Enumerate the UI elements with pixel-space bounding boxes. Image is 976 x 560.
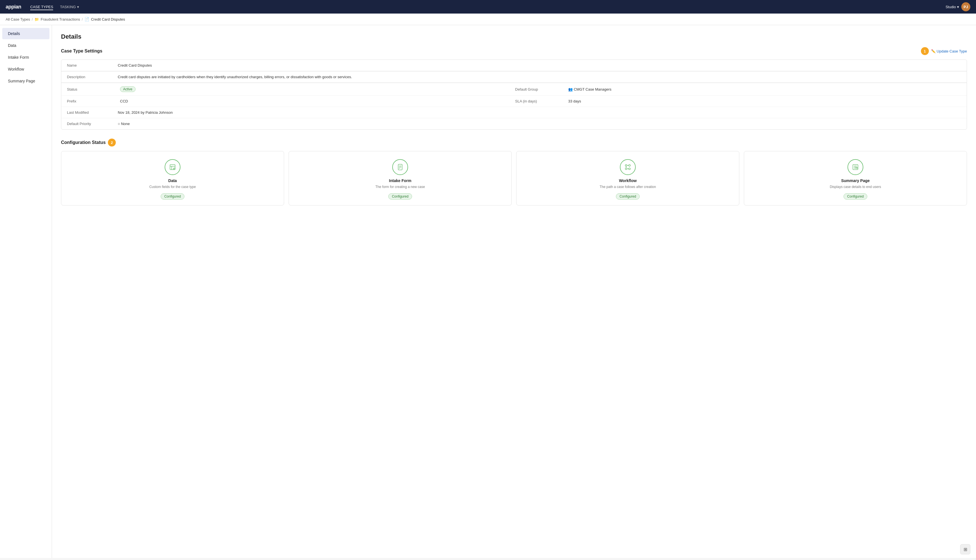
status-badge: Active xyxy=(120,87,135,92)
default-priority-label: Default Priority xyxy=(67,122,118,126)
page-title: Details xyxy=(61,33,967,40)
svg-point-11 xyxy=(629,168,630,170)
workflow-configured-badge: Configured xyxy=(616,193,640,200)
workflow-card-desc: The path a case follows after creation xyxy=(599,185,656,189)
name-value: Credit Card Disputes xyxy=(118,63,961,67)
sla-value: 33 days xyxy=(568,99,961,103)
svg-point-10 xyxy=(625,168,627,170)
default-group-label: Default Group xyxy=(515,87,566,92)
prefix-label: Prefix xyxy=(67,99,118,103)
chevron-down-icon: ▾ xyxy=(77,5,79,9)
sidebar-item-details[interactable]: Details xyxy=(2,28,49,39)
default-priority-value: ○ None xyxy=(118,122,961,126)
data-configured-badge: Configured xyxy=(161,193,185,200)
config-card-intake-form[interactable]: Intake Form The form for creating a new … xyxy=(289,151,512,205)
svg-point-8 xyxy=(625,165,627,166)
config-card-data[interactable]: Data Custom fields for the case type Con… xyxy=(61,151,284,205)
summary-card-desc: Displays case details to end users xyxy=(830,185,881,189)
svg-point-9 xyxy=(629,165,630,166)
config-cards: Data Custom fields for the case type Con… xyxy=(61,151,967,205)
breadcrumb-current: 📄 Credit Card Disputes xyxy=(84,17,125,22)
group-icon: 👥 xyxy=(568,87,574,92)
intake-card-desc: The form for creating a new case xyxy=(375,185,425,189)
top-nav: appian CASE TYPES TASKING ▾ Studio ▾ PJ xyxy=(0,0,976,13)
config-card-summary-page[interactable]: Summary Page Displays case details to en… xyxy=(744,151,967,205)
settings-row-default-priority: Default Priority ○ None xyxy=(61,118,967,129)
tooltip-badge-2: 2 xyxy=(108,138,116,147)
chevron-down-icon: ▾ xyxy=(957,5,959,9)
summary-card-title: Summary Page xyxy=(841,178,869,183)
feedback-button[interactable]: ⊞ xyxy=(960,544,970,554)
main-layout: Details Data Intake Form Workflow Summar… xyxy=(0,25,976,558)
breadcrumb-parent[interactable]: Fraudulent Transactions xyxy=(41,17,80,22)
last-modified-label: Last Modified xyxy=(67,110,118,115)
breadcrumb-separator-2: / xyxy=(82,17,83,22)
feedback-icon: ⊞ xyxy=(964,547,967,552)
name-label: Name xyxy=(67,63,118,67)
sidebar: Details Data Intake Form Workflow Summar… xyxy=(0,25,52,558)
breadcrumb-all-case-types[interactable]: All Case Types xyxy=(6,17,30,22)
tooltip-badge-1: 1 xyxy=(921,47,929,55)
update-case-type-link[interactable]: ✏️ Update Case Type xyxy=(931,49,967,53)
settings-row-description: Description Credit card disputes are ini… xyxy=(61,72,967,83)
folder-icon: 📁 xyxy=(35,17,39,22)
config-card-workflow[interactable]: Workflow The path a case follows after c… xyxy=(516,151,739,205)
workflow-icon xyxy=(620,159,636,175)
document-icon: 📄 xyxy=(84,17,89,22)
breadcrumb: All Case Types / 📁 Fraudulent Transactio… xyxy=(0,13,976,25)
data-card-title: Data xyxy=(169,178,177,183)
data-icon xyxy=(165,159,180,175)
case-type-settings-title: Case Type Settings xyxy=(61,48,102,53)
config-status-title: Configuration Status xyxy=(61,140,106,145)
intake-card-title: Intake Form xyxy=(389,178,411,183)
settings-row-name: Name Credit Card Disputes xyxy=(61,60,967,71)
studio-button[interactable]: Studio ▾ xyxy=(946,5,959,9)
summary-configured-badge: Configured xyxy=(844,193,868,200)
workflow-card-title: Workflow xyxy=(619,178,637,183)
main-content: Details Case Type Settings 1 ✏️ Update C… xyxy=(52,25,976,558)
intake-configured-badge: Configured xyxy=(388,193,412,200)
settings-row-last-modified: Last Modified Nov 18, 2024 by Patricia J… xyxy=(61,107,967,118)
data-card-desc: Custom fields for the case type xyxy=(149,185,196,189)
settings-row-prefix-sla: Prefix CCD SLA (in days) 33 days xyxy=(61,96,967,107)
edit-icon: ✏️ xyxy=(931,49,936,53)
case-type-settings-header: Case Type Settings 1 ✏️ Update Case Type xyxy=(61,47,967,55)
svg-rect-19 xyxy=(856,167,858,168)
settings-row-status-group: Status Active Default Group 👥 CMGT Case … xyxy=(61,83,967,96)
status-value: Active xyxy=(120,87,513,92)
nav-right: Studio ▾ PJ xyxy=(946,2,970,11)
avatar[interactable]: PJ xyxy=(961,2,970,11)
settings-table: Name Credit Card Disputes Description Cr… xyxy=(61,60,967,130)
nav-case-types[interactable]: CASE TYPES xyxy=(30,4,53,10)
description-value: Credit card disputes are initiated by ca… xyxy=(118,75,961,79)
description-label: Description xyxy=(67,75,118,79)
default-group-value: 👥 CMGT Case Managers xyxy=(568,87,961,92)
summary-icon xyxy=(848,159,863,175)
sidebar-item-intake-form[interactable]: Intake Form xyxy=(2,52,49,63)
config-status-header: Configuration Status 2 xyxy=(61,138,967,147)
nav-tasking[interactable]: TASKING ▾ xyxy=(60,4,79,10)
prefix-value: CCD xyxy=(120,99,513,103)
appian-logo: appian xyxy=(6,4,21,10)
sidebar-item-data[interactable]: Data xyxy=(2,40,49,51)
status-label: Status xyxy=(67,87,118,92)
sidebar-item-summary-page[interactable]: Summary Page xyxy=(2,75,49,87)
sla-label: SLA (in days) xyxy=(515,99,566,103)
sidebar-item-workflow[interactable]: Workflow xyxy=(2,63,49,75)
section-actions: 1 ✏️ Update Case Type xyxy=(921,47,967,55)
form-icon xyxy=(392,159,408,175)
breadcrumb-separator-1: / xyxy=(32,17,33,22)
last-modified-value: Nov 18, 2024 by Patricia Johnson xyxy=(118,110,961,115)
config-status-section: Configuration Status 2 Da xyxy=(61,138,967,205)
